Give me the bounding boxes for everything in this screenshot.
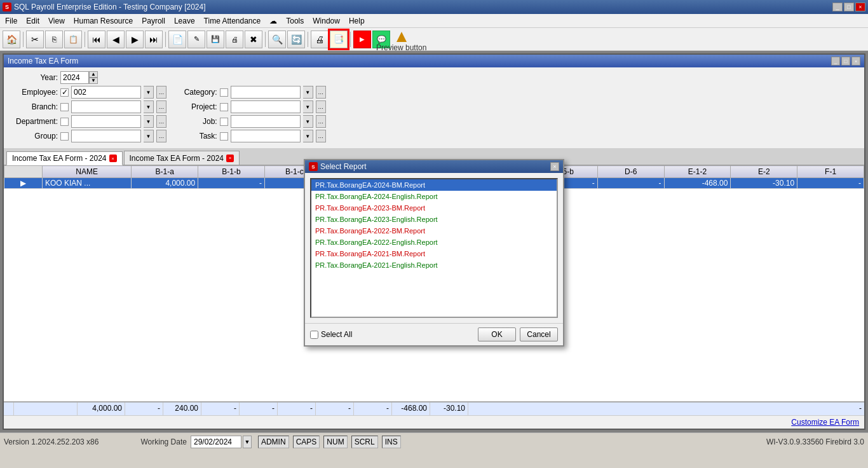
preview-btn[interactable]: 📑 [330, 31, 348, 48]
ins-badge: INS [382, 436, 401, 448]
sep4 [265, 32, 266, 47]
menu-file[interactable]: File [1, 14, 21, 27]
select-all-checkbox[interactable] [310, 331, 318, 339]
version-label: Version 1.2024.252.203 x86 [4, 437, 98, 446]
select-report-dialog: S Select Report × PR.Tax.BorangEA-2024-B… [304, 159, 564, 347]
working-date-field: 29/02/2024 ▼ [191, 436, 252, 448]
menu-cloud[interactable]: ☁ [266, 14, 281, 27]
menu-bar: File Edit View Human Resource Payroll Le… [0, 14, 868, 28]
dialog-title-left: S Select Report [309, 162, 367, 171]
report-item-4[interactable]: PR.Tax.BorangEA-2022-BM.Report [311, 225, 557, 237]
maximize-btn[interactable]: □ [844, 3, 854, 11]
report-item-0[interactable]: PR.Tax.BorangEA-2024-BM.Report [311, 179, 557, 191]
report-item-6[interactable]: PR.Tax.BorangEA-2021-BM.Report [311, 248, 557, 259]
copy-btn[interactable]: ⎘ [45, 31, 63, 48]
date-dropdown-btn[interactable]: ▼ [243, 436, 252, 448]
dialog-title-text: Select Report [320, 162, 367, 171]
minimize-btn[interactable]: _ [832, 3, 843, 11]
report-item-7[interactable]: PR.Tax.BorangEA-2021-English.Report [311, 259, 557, 271]
working-date-value[interactable]: 29/02/2024 [191, 436, 241, 448]
num-badge: NUM [323, 436, 347, 448]
nav-last-btn[interactable]: ⏭ [145, 31, 163, 48]
refresh-btn[interactable]: 🔄 [287, 31, 305, 48]
dialog-footer: Select All OK Cancel [305, 323, 563, 345]
sep2 [85, 32, 85, 47]
menu-human-resource[interactable]: Human Resource [70, 14, 137, 27]
toolbar: 🏠 ✂ ⎘ 📋 ⏮ ◀ ▶ ⏭ 📄 ✎ 💾 🖨 ✖ 🔍 🔄 🖨 📑 ▶ 💬 [0, 28, 868, 51]
edit-btn[interactable]: ✎ [187, 31, 205, 48]
save-btn[interactable]: 💾 [207, 31, 224, 48]
sep5 [308, 32, 308, 47]
close-btn[interactable]: × [855, 3, 865, 11]
firebird-info: WI-V3.0.9.33560 Firebird 3.0 [766, 437, 864, 446]
menu-window[interactable]: Window [309, 14, 344, 27]
menu-view[interactable]: View [44, 14, 69, 27]
nav-first-btn[interactable]: ⏮ [88, 31, 105, 48]
dialog-body: PR.Tax.BorangEA-2024-BM.Report PR.Tax.Bo… [305, 173, 563, 323]
dialog-title-bar: S Select Report × [305, 160, 563, 173]
menu-tools[interactable]: Tools [282, 14, 308, 27]
home-btn[interactable]: 🏠 [3, 31, 20, 48]
print-setup-btn[interactable]: 🖨 [226, 31, 243, 48]
menu-leave[interactable]: Leave [170, 14, 199, 27]
scrl-badge: SCRL [351, 436, 378, 448]
report-item-5[interactable]: PR.Tax.BorangEA-2022-English.Report [311, 237, 557, 248]
report-list[interactable]: PR.Tax.BorangEA-2024-BM.Report PR.Tax.Bo… [310, 178, 558, 318]
nav-next-btn[interactable]: ▶ [126, 31, 144, 48]
select-all-row: Select All [310, 330, 352, 339]
menu-payroll[interactable]: Payroll [138, 14, 169, 27]
print-btn[interactable]: 🖨 [311, 31, 329, 48]
menu-help[interactable]: Help [345, 14, 369, 27]
whatsapp-btn[interactable]: 💬 [372, 31, 390, 48]
caps-badge: CAPS [293, 436, 320, 448]
youtube-btn[interactable]: ▶ [353, 31, 371, 48]
cancel-button[interactable]: Cancel [520, 327, 558, 341]
find-btn[interactable]: 🔍 [268, 31, 286, 48]
dialog-buttons: OK Cancel [478, 327, 558, 341]
app-title: SQL Payroll Enterprise Edition - Testing… [14, 3, 206, 11]
ok-button[interactable]: OK [478, 327, 516, 341]
nav-prev-btn[interactable]: ◀ [107, 31, 125, 48]
status-bar: Version 1.2024.252.203 x86 Working Date … [0, 432, 868, 450]
dialog-icon: S [309, 162, 318, 171]
paste-btn[interactable]: 📋 [64, 31, 82, 48]
delete-btn[interactable]: ✖ [245, 31, 262, 48]
new-btn[interactable]: 📄 [168, 31, 186, 48]
report-item-3[interactable]: PR.Tax.BorangEA-2023-English.Report [311, 214, 557, 225]
dialog-close-btn[interactable]: × [550, 162, 559, 171]
menu-edit[interactable]: Edit [22, 14, 43, 27]
title-bar-controls: _ □ × [832, 3, 865, 11]
sep1 [23, 32, 24, 47]
sep3 [165, 32, 166, 47]
app-icon: S [3, 3, 11, 11]
user-badge: ADMIN [258, 436, 289, 448]
working-date-label: Working Date [140, 437, 186, 446]
main-area: Income Tax EA Form _ □ × Year: 2024 ▲ ▼ [0, 51, 868, 450]
report-item-2[interactable]: PR.Tax.BorangEA-2023-BM.Report [311, 202, 557, 214]
title-bar: S SQL Payroll Enterprise Edition - Testi… [0, 0, 868, 14]
select-all-label: Select All [321, 330, 352, 339]
report-item-1[interactable]: PR.Tax.BorangEA-2024-English.Report [311, 191, 557, 202]
sep6 [350, 32, 351, 47]
dialog-overlay: S Select Report × PR.Tax.BorangEA-2024-B… [0, 51, 868, 430]
cut-btn[interactable]: ✂ [26, 31, 44, 48]
menu-time-attendance[interactable]: Time Attendance [200, 14, 265, 27]
